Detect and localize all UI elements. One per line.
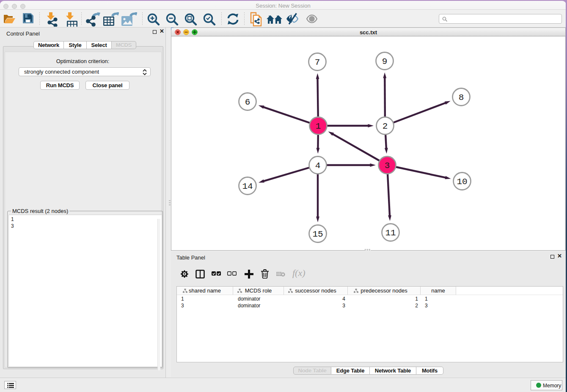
svg-text:2: 2 xyxy=(383,121,388,131)
svg-text:9: 9 xyxy=(382,57,388,66)
svg-text:4: 4 xyxy=(315,161,321,171)
svg-text:6: 6 xyxy=(245,97,250,107)
svg-text:14: 14 xyxy=(242,182,253,191)
svg-text:1: 1 xyxy=(316,121,321,131)
svg-text:11: 11 xyxy=(385,228,396,238)
svg-text:3: 3 xyxy=(385,161,390,171)
svg-text:7: 7 xyxy=(315,58,320,67)
svg-text:15: 15 xyxy=(312,229,323,239)
svg-text:8: 8 xyxy=(459,93,464,102)
svg-text:10: 10 xyxy=(457,177,467,187)
